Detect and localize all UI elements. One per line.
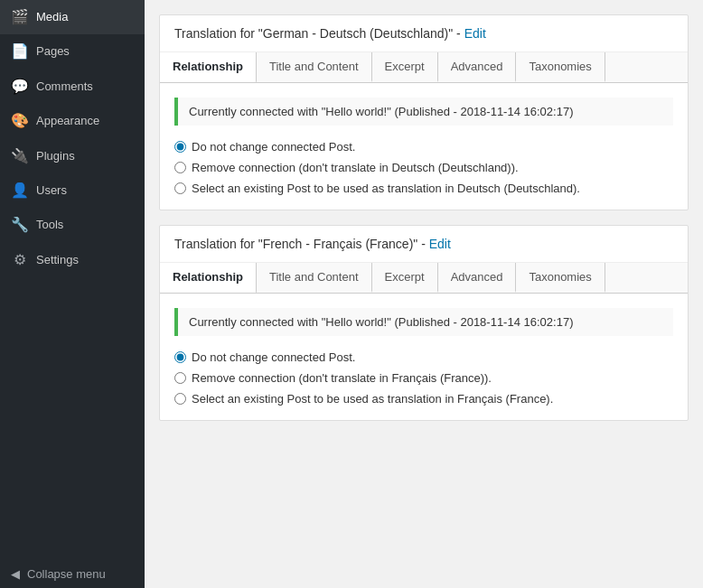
sidebar-item-plugins[interactable]: 🔌 Plugins: [0, 139, 145, 173]
radio-option-german-2[interactable]: Remove connection (don't translate in De…: [174, 161, 673, 174]
tab-content-french: Currently connected with "Hello world!" …: [160, 294, 688, 420]
radio-label-text-french-1: Do not change connected Post.: [192, 350, 355, 364]
radio-input-german-2[interactable]: [174, 162, 186, 173]
tabs-german: Relationship Title and Content Excerpt A…: [160, 52, 688, 83]
sidebar-item-label: Pages: [36, 43, 70, 60]
translation-edit-link-german[interactable]: Edit: [464, 26, 486, 41]
radio-option-french-3[interactable]: Select an existing Post to be used as tr…: [174, 392, 673, 406]
translation-block-german: Translation for "German - Deutsch (Deuts…: [159, 14, 689, 210]
tab-content-german: Currently connected with "Hello world!" …: [160, 83, 688, 210]
radio-option-french-1[interactable]: Do not change connected Post.: [174, 350, 673, 364]
radio-input-french-2[interactable]: [174, 372, 186, 384]
radio-option-french-2[interactable]: Remove connection (don't translate in Fr…: [174, 371, 673, 385]
radio-option-german-3[interactable]: Select an existing Post to be used as tr…: [174, 182, 673, 195]
tab-german-relationship[interactable]: Relationship: [160, 52, 257, 83]
sidebar-item-label: Media: [36, 9, 68, 25]
tab-german-advanced[interactable]: Advanced: [438, 52, 517, 82]
tab-french-taxonomies[interactable]: Taxonomies: [516, 263, 605, 293]
main-content: Translation for "German - Deutsch (Deuts…: [145, 0, 703, 588]
sidebar-item-label: Comments: [36, 79, 93, 95]
sidebar-item-tools[interactable]: 🔧 Tools: [0, 208, 145, 242]
sidebar-item-label: Appearance: [36, 113, 99, 129]
tab-french-title-content[interactable]: Title and Content: [257, 263, 372, 293]
collapse-menu-button[interactable]: ◀ Collapse menu: [0, 560, 145, 588]
translation-header-french: Translation for "French - Français (Fran…: [160, 226, 688, 263]
radio-label-text-french-3: Select an existing Post to be used as tr…: [192, 392, 553, 406]
status-message-french: Currently connected with "Hello world!" …: [174, 308, 673, 336]
tab-german-excerpt[interactable]: Excerpt: [372, 52, 438, 82]
translation-header-text-french: Translation for "French - Français (Fran…: [174, 237, 429, 251]
sidebar-item-pages[interactable]: 📄 Pages: [0, 34, 145, 69]
radio-input-french-3[interactable]: [174, 393, 186, 405]
radio-label-text-german-2: Remove connection (don't translate in De…: [192, 161, 519, 174]
media-icon: 🎬: [11, 7, 29, 27]
radio-group-french: Do not change connected Post. Remove con…: [174, 350, 673, 406]
sidebar-item-label: Tools: [36, 217, 63, 233]
plugins-icon: 🔌: [11, 146, 29, 166]
radio-label-text-french-2: Remove connection (don't translate in Fr…: [192, 371, 492, 385]
radio-input-french-1[interactable]: [174, 351, 186, 363]
translation-header-german: Translation for "German - Deutsch (Deuts…: [160, 15, 688, 52]
tab-german-title-content[interactable]: Title and Content: [257, 52, 372, 82]
radio-input-german-3[interactable]: [174, 182, 186, 194]
sidebar-item-comments[interactable]: 💬 Comments: [0, 70, 145, 104]
tools-icon: 🔧: [11, 215, 29, 235]
sidebar-item-users[interactable]: 👤 Users: [0, 173, 145, 208]
status-message-german: Currently connected with "Hello world!" …: [174, 98, 673, 126]
translation-block-french: Translation for "French - Français (Fran…: [159, 225, 689, 421]
comments-icon: 💬: [11, 77, 29, 97]
sidebar-item-label: Users: [36, 182, 67, 199]
sidebar-item-settings[interactable]: ⚙ Settings: [0, 243, 145, 277]
users-icon: 👤: [11, 181, 29, 201]
tabs-french: Relationship Title and Content Excerpt A…: [160, 263, 688, 294]
tab-french-advanced[interactable]: Advanced: [438, 263, 517, 293]
settings-icon: ⚙: [11, 250, 29, 270]
radio-option-german-1[interactable]: Do not change connected Post.: [174, 140, 673, 154]
collapse-icon: ◀: [11, 567, 20, 581]
sidebar-item-appearance[interactable]: 🎨 Appearance: [0, 104, 145, 138]
collapse-menu-label: Collapse menu: [27, 567, 106, 581]
radio-group-german: Do not change connected Post. Remove con…: [174, 140, 673, 195]
tab-french-relationship[interactable]: Relationship: [160, 263, 257, 294]
sidebar-item-label: Plugins: [36, 148, 75, 164]
sidebar: 🎬 Media 📄 Pages 💬 Comments 🎨 Appearance …: [0, 0, 145, 588]
tab-french-excerpt[interactable]: Excerpt: [372, 263, 438, 293]
pages-icon: 📄: [11, 42, 29, 61]
radio-label-text-german-1: Do not change connected Post.: [192, 140, 355, 154]
translation-edit-link-french[interactable]: Edit: [429, 237, 451, 251]
translation-header-text-german: Translation for "German - Deutsch (Deuts…: [174, 26, 464, 41]
radio-label-text-german-3: Select an existing Post to be used as tr…: [192, 182, 580, 195]
sidebar-item-media[interactable]: 🎬 Media: [0, 0, 145, 34]
appearance-icon: 🎨: [11, 111, 29, 131]
radio-input-german-1[interactable]: [174, 141, 186, 153]
tab-german-taxonomies[interactable]: Taxonomies: [516, 52, 605, 82]
sidebar-item-label: Settings: [36, 252, 79, 268]
